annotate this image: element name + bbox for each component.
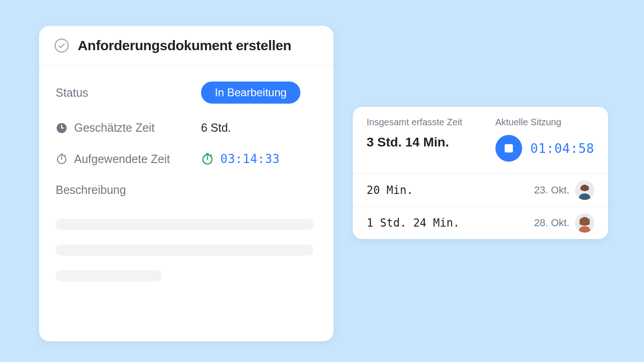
current-session-label: Aktuelle Sitzung bbox=[495, 117, 594, 128]
stop-timer-button[interactable] bbox=[495, 135, 522, 162]
estimated-time-row: Geschätzte Zeit 6 Std. bbox=[56, 121, 317, 134]
stop-icon bbox=[505, 144, 513, 152]
avatar bbox=[575, 213, 594, 233]
task-title: Anforderungsdokument erstellen bbox=[78, 38, 291, 53]
entry-date: 23. Okt. bbox=[534, 184, 569, 196]
description-placeholder-line bbox=[56, 245, 313, 256]
total-tracked-label: Insgesamt erfasste Zeit bbox=[367, 117, 495, 128]
task-header: Anforderungsdokument erstellen bbox=[39, 26, 334, 66]
avatar bbox=[575, 181, 594, 200]
spent-time-label: Aufgewendete Zeit bbox=[74, 152, 170, 166]
svg-point-0 bbox=[55, 39, 68, 52]
description-placeholder-line bbox=[56, 219, 313, 230]
status-label: Status bbox=[56, 86, 201, 99]
description-placeholder-line bbox=[56, 270, 161, 281]
estimated-time-label: Geschätzte Zeit bbox=[74, 121, 155, 134]
description-label: Beschreibung bbox=[56, 183, 317, 197]
time-tracking-card: Insgesamt erfasste Zeit 3 Std. 14 Min. A… bbox=[353, 107, 608, 239]
time-entries-list: 20 Min. 23. Okt. 1 Std. 24 Min. 28. Okt. bbox=[353, 174, 608, 239]
estimated-time-value: 6 Std. bbox=[201, 121, 231, 134]
spent-time-value[interactable]: 03:14:33 bbox=[201, 152, 280, 166]
stopwatch-icon bbox=[56, 153, 68, 165]
entry-date: 28. Okt. bbox=[534, 217, 569, 229]
entry-duration: 20 Min. bbox=[367, 184, 529, 197]
check-circle-icon[interactable] bbox=[54, 38, 69, 53]
time-entry-row[interactable]: 20 Min. 23. Okt. bbox=[353, 174, 608, 207]
spent-time-text: 03:14:33 bbox=[220, 152, 280, 166]
time-tracking-summary: Insgesamt erfasste Zeit 3 Std. 14 Min. A… bbox=[353, 107, 608, 174]
spent-time-row: Aufgewendete Zeit 03:14:33 bbox=[56, 152, 317, 166]
task-detail-card: Anforderungsdokument erstellen Status In… bbox=[39, 26, 334, 341]
task-body: Status In Bearbeitung Geschätzte Zeit 6 … bbox=[39, 66, 334, 312]
total-tracked-value: 3 Std. 14 Min. bbox=[367, 135, 495, 150]
status-badge[interactable]: In Bearbeitung bbox=[201, 82, 300, 104]
current-session-timer: 01:04:58 bbox=[530, 141, 594, 156]
clock-icon bbox=[56, 122, 68, 134]
entry-duration: 1 Std. 24 Min. bbox=[367, 216, 529, 229]
time-entry-row[interactable]: 1 Std. 24 Min. 28. Okt. bbox=[353, 207, 608, 239]
stopwatch-active-icon bbox=[201, 152, 214, 165]
status-row: Status In Bearbeitung bbox=[56, 82, 317, 104]
